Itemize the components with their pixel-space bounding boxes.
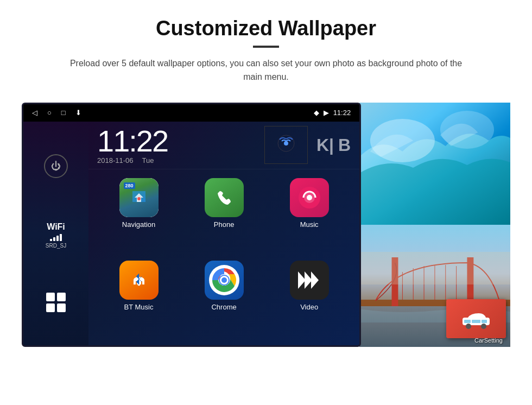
clock-day-value: Tue (142, 156, 154, 164)
back-icon: ◁ (32, 109, 37, 117)
wifi-ssid: SRD_SJ (46, 243, 66, 249)
chrome-label: Chrome (211, 303, 236, 311)
car-setting-inner (446, 299, 506, 338)
music-icon (290, 178, 329, 217)
grid-dot-2 (57, 293, 66, 301)
wifi-bars (46, 233, 66, 241)
sidebar: ⏻ WiFi SRD_SJ (23, 122, 88, 345)
car-setting-label: CarSetting (474, 337, 503, 344)
status-left-icons: ◁ ○ □ ⬇ (32, 109, 81, 117)
recents-icon: □ (61, 109, 66, 117)
device-wrapper: ◁ ○ □ ⬇ ◆ ▶ 11:22 ⏻ WiFi (0, 93, 532, 352)
home-icon: ○ (47, 109, 52, 117)
app-item-phone[interactable]: Phone (185, 178, 263, 254)
svg-rect-31 (464, 320, 471, 323)
svg-marker-10 (298, 271, 306, 289)
wifi-bar-2 (53, 237, 55, 241)
svg-rect-32 (472, 320, 480, 323)
clock-row: 11:22 2018-11-06 Tue (88, 122, 359, 169)
apps-grid-button[interactable] (46, 293, 66, 312)
location-icon: ◆ (314, 109, 319, 117)
center-content: 11:22 2018-11-06 Tue (88, 122, 359, 345)
status-right-icons: ◆ ▶ 11:22 (314, 109, 351, 117)
photo-top (359, 103, 510, 225)
clock-section: 11:22 2018-11-06 Tue (97, 126, 256, 164)
video-icon (290, 261, 329, 300)
app-item-navigation[interactable]: 280 Navigation (99, 178, 178, 254)
android-screen: ◁ ○ □ ⬇ ◆ ▶ 11:22 ⏻ WiFi (22, 103, 361, 347)
nav-icon-bg: 280 (119, 178, 159, 217)
grid-dot-4 (57, 303, 66, 312)
wifi-bar-3 (56, 236, 59, 241)
download-icon: ⬇ (75, 109, 81, 117)
app-letter-b: B (338, 135, 351, 155)
bt-music-label: BT Music (124, 303, 154, 311)
navigation-icon: 280 (119, 178, 159, 217)
video-label: Video (300, 303, 318, 311)
widget-box (264, 126, 308, 164)
navigation-label: Navigation (122, 220, 155, 229)
wifi-widget: WiFi SRD_SJ (46, 222, 66, 249)
title-underline (253, 46, 279, 48)
wifi-bar-1 (50, 239, 52, 241)
status-time: 11:22 (333, 109, 351, 117)
app-item-video[interactable]: Video (270, 261, 349, 337)
status-bar: ◁ ○ □ ⬇ ◆ ▶ 11:22 (23, 104, 359, 122)
wifi-bar-4 (60, 234, 62, 241)
bottom-padding (0, 352, 532, 363)
chrome-icon (205, 261, 244, 300)
svg-point-5 (307, 195, 312, 200)
phone-label: Phone (214, 220, 235, 229)
app-item-chrome[interactable]: Chrome (185, 261, 263, 337)
grid-dot-3 (46, 303, 55, 312)
app-letters: K| B (316, 135, 351, 155)
page-subtitle: Preload over 5 default wallpaper options… (60, 56, 472, 84)
music-label: Music (300, 220, 319, 229)
svg-point-30 (481, 324, 486, 329)
car-setting-thumb (446, 299, 506, 338)
photo-panels: CarSetting (359, 103, 510, 347)
svg-point-29 (466, 324, 471, 329)
grid-dot-1 (46, 293, 55, 301)
wifi-label: WiFi (46, 222, 66, 232)
nav-badge: 280 (124, 182, 135, 189)
signal-widget-icon (276, 134, 296, 157)
app-letter-k: K| (316, 135, 334, 155)
svg-point-2 (137, 197, 141, 200)
app-item-bt-music[interactable]: BT Music (99, 261, 178, 337)
phone-icon (205, 178, 244, 217)
svg-point-9 (221, 277, 227, 283)
svg-marker-11 (305, 271, 312, 289)
signal-icon: ▶ (324, 109, 329, 117)
clock-time: 11:22 (97, 126, 256, 156)
page-header: Customized Wallpaper Preload over 5 defa… (0, 0, 532, 93)
page-title: Customized Wallpaper (33, 17, 499, 40)
app-grid: 280 Navigation (88, 169, 359, 345)
photo-bottom: CarSetting (359, 225, 510, 347)
bt-music-icon (119, 261, 159, 300)
svg-marker-12 (311, 271, 319, 289)
power-button[interactable]: ⏻ (44, 154, 68, 178)
clock-date-value: 2018-11-06 (97, 156, 134, 164)
svg-point-1 (284, 141, 288, 145)
clock-date: 2018-11-06 Tue (97, 156, 256, 164)
svg-rect-27 (359, 252, 510, 284)
app-item-music[interactable]: Music (270, 178, 349, 254)
main-area: ⏻ WiFi SRD_SJ (23, 122, 359, 345)
svg-rect-33 (482, 320, 487, 323)
